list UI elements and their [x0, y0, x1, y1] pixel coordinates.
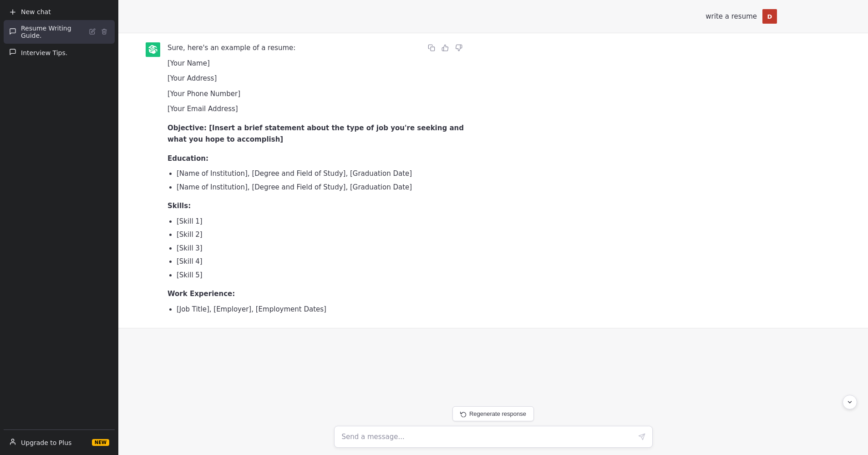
chat-area: write a resume D Sure, here's an example… — [118, 0, 868, 399]
work-experience-item-1: [Job Title], [Employer], [Employment Dat… — [177, 304, 464, 316]
assistant-intro: Sure, here's an example of a resume: — [168, 42, 464, 54]
user-message-inner: write a resume D — [458, 9, 777, 24]
thumbs-up-button[interactable] — [440, 42, 451, 53]
work-experience-list: [Job Title], [Employer], [Employment Dat… — [177, 304, 464, 316]
input-container — [334, 426, 653, 448]
copy-message-button[interactable] — [426, 42, 437, 53]
sidebar-item-resume-writing-guide[interactable]: Resume Writing Guide. — [4, 20, 115, 44]
main-content: write a resume D Sure, here's an example… — [118, 0, 868, 455]
sidebar-item-interview-tips[interactable]: Interview Tips. — [4, 44, 115, 61]
svg-point-0 — [11, 439, 14, 441]
education-label: Education: — [168, 153, 464, 165]
skill-2: [Skill 2] — [177, 229, 464, 241]
assistant-message-row: Sure, here's an example of a resume: [Yo… — [118, 33, 868, 328]
education-item-2: [Name of Institution], [Degree and Field… — [177, 182, 464, 194]
resume-name: [Your Name] — [168, 58, 464, 70]
regenerate-response-button[interactable]: Regenerate response — [452, 406, 534, 421]
sidebar-bottom: Upgrade to Plus NEW — [4, 429, 115, 451]
work-experience-label: Work Experience: — [168, 288, 464, 300]
skill-3: [Skill 3] — [177, 243, 464, 255]
thumbs-down-button[interactable] — [453, 42, 464, 53]
upgrade-to-plus-button[interactable]: Upgrade to Plus NEW — [4, 434, 115, 451]
resume-phone: [Your Phone Number] — [168, 88, 464, 100]
skills-list: [Skill 1] [Skill 2] [Skill 3] [Skill 4] … — [177, 216, 464, 281]
education-list: [Name of Institution], [Degree and Field… — [177, 168, 464, 193]
assistant-message-inner: Sure, here's an example of a resume: [Yo… — [146, 42, 464, 319]
new-chat-label: New chat — [21, 8, 51, 15]
user-icon — [9, 438, 16, 447]
new-chat-button[interactable]: + New chat — [4, 4, 115, 20]
sidebar-item-actions — [87, 27, 109, 37]
resume-email: [Your Email Address] — [168, 103, 464, 115]
skill-4: [Skill 4] — [177, 256, 464, 268]
objective-label: Objective: [Insert a brief statement abo… — [168, 123, 464, 146]
assistant-message-content: Sure, here's an example of a resume: [Yo… — [168, 42, 464, 319]
assistant-avatar — [146, 42, 160, 57]
skill-5: [Skill 5] — [177, 270, 464, 281]
scroll-to-bottom-button[interactable] — [843, 395, 857, 409]
regenerate-label: Regenerate response — [469, 410, 526, 417]
bottom-area: Regenerate response — [118, 399, 868, 455]
sidebar-item-label: Resume Writing Guide. — [21, 25, 83, 39]
message-actions — [426, 42, 464, 53]
sidebar: + New chat Resume Writing Guide. — [0, 0, 118, 455]
skill-1: [Skill 1] — [177, 216, 464, 228]
chat-input[interactable] — [334, 426, 653, 448]
svg-rect-1 — [431, 47, 435, 51]
resume-address: [Your Address] — [168, 73, 464, 85]
delete-chat-button[interactable] — [99, 27, 109, 37]
upgrade-label: Upgrade to Plus — [21, 439, 71, 446]
chat-history-icon — [9, 28, 16, 36]
new-badge: NEW — [92, 439, 109, 446]
user-message-text: write a resume — [706, 9, 757, 22]
chat-history-icon-2 — [9, 48, 16, 57]
send-button[interactable] — [636, 431, 647, 442]
user-avatar: D — [762, 9, 777, 24]
skills-label: Skills: — [168, 200, 464, 212]
user-message-row: write a resume D — [118, 0, 868, 33]
education-item-1: [Name of Institution], [Degree and Field… — [177, 168, 464, 180]
edit-chat-button[interactable] — [87, 27, 97, 37]
sidebar-item-label-2: Interview Tips. — [21, 49, 67, 56]
plus-icon: + — [9, 8, 16, 15]
